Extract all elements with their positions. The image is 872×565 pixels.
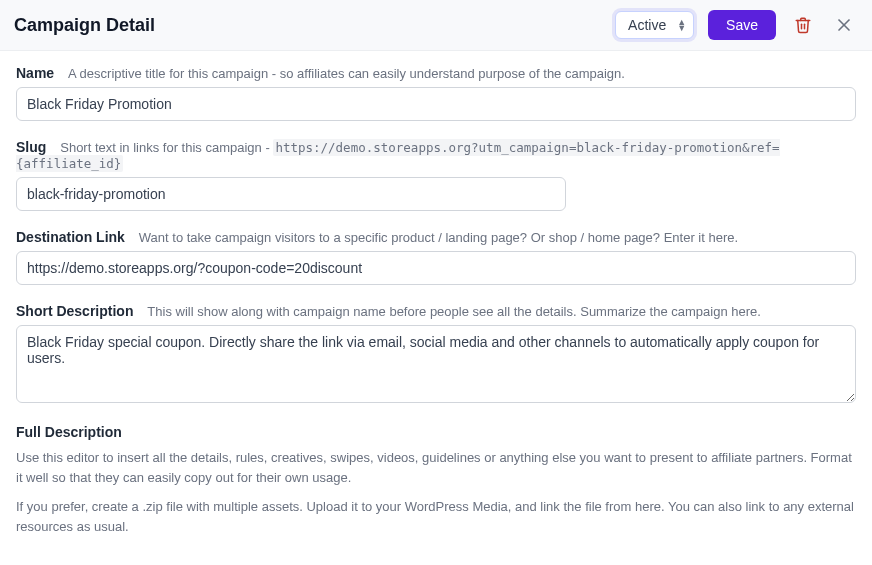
delete-button[interactable]: [790, 12, 816, 38]
slug-input[interactable]: [16, 177, 566, 211]
short-desc-textarea[interactable]: [16, 325, 856, 403]
field-short-description: Short Description This will show along w…: [16, 303, 856, 406]
close-icon: [834, 15, 854, 35]
name-input[interactable]: [16, 87, 856, 121]
save-button[interactable]: Save: [708, 10, 776, 40]
short-desc-hint: This will show along with campaign name …: [147, 304, 761, 319]
field-slug: Slug Short text in links for this campai…: [16, 139, 856, 211]
trash-icon: [794, 16, 812, 34]
form-content: Name A descriptive title for this campai…: [0, 51, 872, 562]
full-desc-p2: If you prefer, create a .zip file with m…: [16, 497, 856, 536]
close-button[interactable]: [830, 11, 858, 39]
field-name: Name A descriptive title for this campai…: [16, 65, 856, 121]
status-select[interactable]: Active: [615, 11, 694, 39]
slug-label: Slug: [16, 139, 46, 155]
name-label: Name: [16, 65, 54, 81]
page-title: Campaign Detail: [14, 15, 615, 36]
destination-label: Destination Link: [16, 229, 125, 245]
full-desc-label: Full Description: [16, 424, 856, 440]
name-hint: A descriptive title for this campaign - …: [68, 66, 625, 81]
destination-hint: Want to take campaign visitors to a spec…: [139, 230, 738, 245]
modal-header: Campaign Detail Active ▲▼ Save: [0, 0, 872, 51]
field-full-description: Full Description Use this editor to inse…: [16, 424, 856, 536]
field-destination: Destination Link Want to take campaign v…: [16, 229, 856, 285]
status-select-wrap: Active ▲▼: [615, 11, 694, 39]
destination-input[interactable]: [16, 251, 856, 285]
short-desc-label: Short Description: [16, 303, 133, 319]
slug-hint: Short text in links for this campaign - …: [16, 139, 780, 172]
full-desc-p1: Use this editor to insert all the detail…: [16, 448, 856, 487]
slug-hint-prefix: Short text in links for this campaign -: [60, 140, 273, 155]
